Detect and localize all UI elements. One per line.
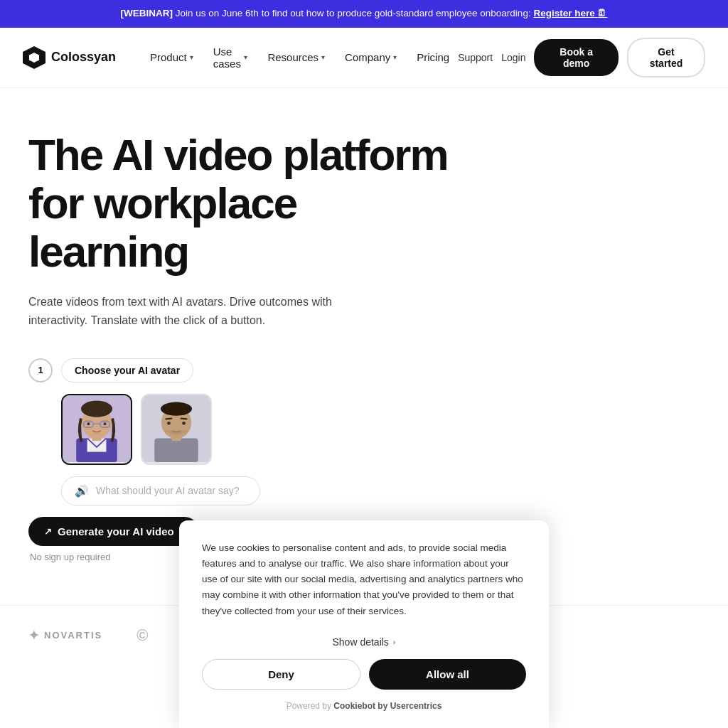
- banner-cta-link[interactable]: Register here 🗓: [533, 8, 607, 18]
- company-chevron-icon: ▾: [393, 53, 397, 61]
- cookie-banner: We use cookies to personalise content an…: [179, 520, 549, 728]
- nav-resources-label: Resources: [267, 51, 318, 63]
- hero-title-line1: The AI video platform: [28, 130, 448, 179]
- svg-point-15: [161, 402, 192, 415]
- allow-all-button[interactable]: Allow all: [369, 659, 526, 690]
- nav-pricing[interactable]: Pricing: [408, 46, 458, 69]
- logo-cbrand: ©: [136, 626, 149, 645]
- logo-inner-shape: [29, 53, 39, 63]
- banner-text-prefix: [WEBINAR]: [121, 8, 173, 18]
- banner-cta-text: Register here: [533, 8, 594, 18]
- logo-text: Colossyan: [51, 50, 116, 65]
- banner-text-body: Join us on June 6th to find out how to p…: [176, 8, 534, 18]
- avatar-male-image: [142, 394, 210, 464]
- hero-title: The AI video platform for workplace lear…: [28, 131, 455, 277]
- logo-novartis: ✦ NOVARTIS: [28, 628, 102, 643]
- nav-item-company[interactable]: Company ▾: [336, 46, 405, 69]
- book-demo-button[interactable]: Book a demo: [534, 39, 619, 76]
- script-input[interactable]: 🔊 What should your AI avatar say?: [61, 476, 260, 505]
- banner-emoji: 🗓: [597, 8, 607, 18]
- nav-login-link[interactable]: Login: [501, 52, 525, 63]
- nav-product-label: Product: [150, 51, 187, 63]
- show-details-row: Show details ›: [202, 636, 526, 648]
- hero-title-line3: learning: [28, 227, 188, 276]
- avatars-row: [61, 394, 455, 465]
- script-placeholder: What should your AI avatar say?: [96, 485, 240, 496]
- product-chevron-icon: ▾: [190, 53, 193, 61]
- nav-company-label: Company: [345, 51, 390, 63]
- svg-point-5: [81, 400, 112, 417]
- svg-point-9: [87, 422, 90, 425]
- nav-usecases-label: Use cases: [213, 46, 242, 70]
- hero-subtitle: Create videos from text with AI avatars.…: [28, 293, 341, 329]
- volume-icon: 🔊: [75, 484, 89, 498]
- avatar-female-image: [63, 394, 131, 464]
- logo[interactable]: Colossyan: [23, 46, 116, 69]
- cookie-actions: Deny Allow all: [202, 659, 526, 690]
- svg-point-16: [167, 422, 171, 425]
- nav-right: Support Login Book a demo Get started: [458, 38, 705, 77]
- step1-label: Choose your AI avatar: [61, 358, 193, 382]
- avatar-male-card[interactable]: [141, 394, 212, 465]
- logo-icon: [23, 46, 46, 69]
- cookiebot-link[interactable]: Cookiebot by Usercentrics: [333, 701, 441, 711]
- nav-item-product[interactable]: Product ▾: [141, 46, 202, 69]
- generate-video-button[interactable]: ↗ Generate your AI video: [28, 517, 199, 546]
- nav-pricing-label: Pricing: [417, 51, 449, 63]
- nav-item-resources[interactable]: Resources ▾: [259, 46, 333, 69]
- svg-line-19: [181, 418, 188, 419]
- nav-support-link[interactable]: Support: [458, 52, 493, 63]
- usecases-chevron-icon: ▾: [244, 53, 247, 61]
- hero-section: The AI video platform for workplace lear…: [0, 88, 483, 591]
- resources-chevron-icon: ▾: [321, 53, 325, 61]
- powered-by-prefix: Powered by: [287, 701, 334, 711]
- external-link-icon: ↗: [44, 526, 52, 537]
- get-started-button[interactable]: Get started: [627, 38, 705, 77]
- generate-label: Generate your AI video: [58, 525, 174, 537]
- svg-line-18: [166, 418, 173, 419]
- top-banner: [WEBINAR] Join us on June 6th to find ou…: [0, 0, 728, 28]
- nav-menu: Product ▾ Use cases ▾ Resources ▾ Compan…: [141, 40, 458, 75]
- step1-number: 1: [28, 358, 53, 382]
- nav-left: Colossyan Product ▾ Use cases ▾ Resource…: [23, 40, 458, 75]
- svg-point-10: [104, 422, 107, 425]
- hero-title-line2: for workplace: [28, 178, 296, 228]
- svg-point-17: [182, 422, 186, 425]
- avatar-female-card[interactable]: [61, 394, 132, 465]
- powered-by-text: Powered by Cookiebot by Usercentrics: [202, 701, 526, 711]
- show-details-chevron-icon: ›: [393, 638, 396, 646]
- cookie-body-text: We use cookies to personalise content an…: [202, 540, 526, 619]
- nav-item-usecases[interactable]: Use cases ▾: [205, 40, 257, 75]
- main-nav: Colossyan Product ▾ Use cases ▾ Resource…: [0, 28, 728, 88]
- deny-button[interactable]: Deny: [202, 659, 360, 690]
- step1-header: 1 Choose your AI avatar: [28, 358, 455, 382]
- svg-rect-12: [154, 438, 198, 462]
- show-details-link[interactable]: Show details: [332, 636, 388, 648]
